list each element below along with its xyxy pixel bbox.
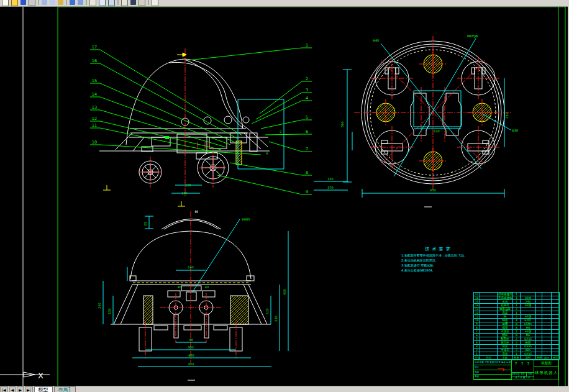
tab-nav-last[interactable]: ▶|: [25, 386, 33, 392]
dimension-text: 601: [188, 362, 194, 366]
checker-row: 校核: [474, 370, 511, 375]
dimension-text: 40: [178, 285, 181, 289]
toolbar-separator: [117, 0, 119, 5]
new-file-icon[interactable]: [2, 0, 9, 6]
copy-icon[interactable]: [50, 0, 55, 5]
dimension-text: 180: [181, 191, 188, 195]
print-icon[interactable]: [29, 0, 35, 6]
balloon-number: 14: [92, 92, 97, 97]
dimension-text: 370: [327, 186, 334, 189]
save-icon[interactable]: [20, 0, 26, 5]
dimension-text: 40: [205, 285, 209, 289]
balloon-number: 6: [306, 129, 308, 134]
balloon-number: 1: [306, 43, 308, 48]
balloon-number: 3: [306, 88, 308, 93]
match-properties-icon[interactable]: [139, 0, 145, 6]
tab-layout1[interactable]: 布局1: [54, 386, 76, 392]
redo-icon[interactable]: [78, 0, 83, 5]
front-dimension-lines: [103, 216, 288, 367]
front-view: 65260130110230400903004606011404040Φ680M: [98, 209, 288, 380]
balloon-number: 9: [306, 189, 308, 194]
dimension-text: Φ30: [512, 129, 518, 132]
dimension-text: 460: [188, 353, 194, 357]
dimension-text: M: [194, 209, 198, 214]
dimension-text: 560: [340, 121, 344, 127]
dimension-text: 230: [274, 316, 278, 322]
tech-req-item: 2.各运动机构应运转灵活。: [401, 258, 475, 263]
undo-icon[interactable]: [70, 0, 75, 5]
side-view: 1716151413121110123456789 150370105180CA: [90, 43, 352, 206]
balloon-number: 15: [92, 78, 97, 83]
top-toolbar: [0, 0, 569, 7]
bom-title-block: 17谐波减速器116直流减速电机140W15电池124V14联轴器145钢13轴…: [473, 292, 559, 380]
ucs-icon: X: [24, 371, 43, 380]
dimension-text: Φ40: [373, 39, 379, 42]
toolbar-separator: [38, 0, 39, 5]
dimension-text: 150: [327, 177, 334, 181]
side-dimension-lines: [171, 99, 352, 193]
help-icon[interactable]: [152, 0, 158, 6]
tab-model[interactable]: 模型: [34, 386, 53, 392]
side-view-geometry: [99, 59, 270, 183]
parts-list-header: 序号代号 名称数量 材料单件 总计备注: [474, 356, 560, 360]
layout-tab-bar: |◀ ◀ ▶ ▶| 模型 布局1: [0, 386, 569, 392]
balloon-number: 2: [306, 76, 308, 81]
balloon-number: 10: [92, 140, 97, 145]
dimension-text: A: [266, 152, 268, 155]
unknown-font-marks: ? ? ?: [512, 360, 534, 372]
side-section-marks: [103, 53, 186, 206]
dimension-text: 650: [430, 188, 436, 192]
balloon-number: 4: [306, 96, 308, 101]
crosshair-cursor: [0, 6, 50, 386]
cut-icon[interactable]: [42, 0, 47, 5]
balloon-number: 17: [92, 45, 97, 50]
dimension-text: 110: [265, 308, 269, 314]
top-centerlines: [354, 36, 512, 189]
paste-icon[interactable]: [58, 0, 63, 5]
dimension-text: 140: [188, 265, 194, 269]
dimension-text: Φ680: [242, 217, 250, 221]
balloon-number: 8: [306, 170, 308, 175]
balloon-number: 16: [92, 58, 97, 63]
title-block: 标记 处数 分区 更改文件号 签名 年月日 设计 校核 审核 ? ? ? 阶段标…: [473, 360, 559, 380]
technical-requirements: 技 术 要 求 1.装配前所有零件须清洗干净，去除毛刺.飞边。 2.各运动机构应…: [401, 246, 475, 273]
tab-nav-first[interactable]: |◀: [0, 386, 8, 392]
properties-icon[interactable]: [130, 0, 136, 5]
balloon-number: 7: [306, 147, 308, 152]
balloon-number: 12: [92, 116, 97, 121]
red-revision-mark: [498, 368, 504, 371]
dimension-text: C: [280, 130, 282, 134]
tab-nav-prev[interactable]: ◀: [9, 386, 16, 392]
dimension-text: 105: [185, 183, 191, 187]
side-centerlines: [138, 48, 227, 198]
sheet-info: 共 1 张 第 1 张: [512, 376, 534, 380]
balloon-leader-lines: [90, 48, 312, 194]
parts-list-table: 17谐波减速器116直流减速电机140W15电池124V14联轴器145钢13轴…: [473, 292, 560, 360]
title-block-right: 装配图 球形机器人: [534, 360, 558, 380]
zoom-window-icon[interactable]: [108, 0, 115, 6]
balloon-number: 5: [306, 115, 308, 120]
tech-req-title: 技 术 要 求: [401, 246, 475, 252]
layers-icon[interactable]: [121, 0, 128, 6]
toolbar-separator: [148, 0, 149, 5]
title-block-revision-area: 标记 处数 分区 更改文件号 签名 年月日 设计 校核 审核: [474, 360, 512, 380]
dimension-text: 400: [283, 289, 286, 295]
tech-req-item: 4.未注公差按GB1804。: [401, 268, 475, 273]
dimension-text: 130: [107, 308, 111, 314]
tab-nav-next[interactable]: ▶: [17, 386, 24, 392]
side-hatch-column: [236, 141, 242, 165]
doc-type-label: 装配图: [534, 360, 558, 367]
revision-row: 标记 处数 分区 更改文件号 签名 年月日: [474, 360, 511, 365]
toolbar-separator: [66, 0, 67, 5]
dimension-text: 90: [189, 338, 193, 342]
dimension-text: 65: [143, 222, 147, 226]
pan-icon[interactable]: [89, 0, 96, 6]
toolbar-separator: [86, 0, 87, 5]
dimension-text: 450: [505, 112, 509, 119]
dimension-text: 300: [188, 345, 194, 349]
title-block-middle: ? ? ? 阶段标记 质量 比例 共 1 张 第 1 张: [512, 360, 534, 380]
dimension-text: M8均布: [467, 34, 478, 38]
zoom-icon[interactable]: [99, 0, 106, 6]
designer-row: 设计: [474, 365, 511, 370]
open-file-icon[interactable]: [11, 0, 18, 6]
